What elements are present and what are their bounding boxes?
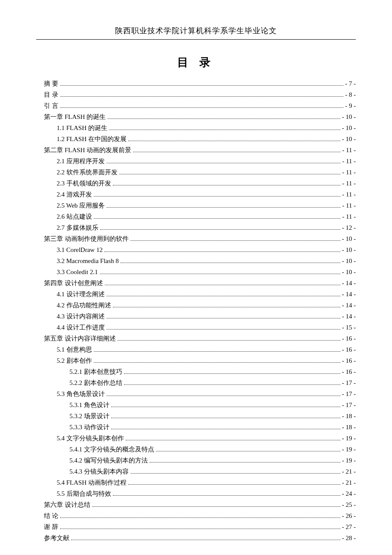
toc-entry-label: 目 录 (44, 90, 58, 100)
toc-entry[interactable]: 参考文献- 28 - (36, 533, 356, 543)
toc-entry[interactable]: 结 论- 26 - (36, 511, 356, 521)
toc-entry[interactable]: 5.5 后期合成与特效- 24 - (36, 489, 356, 499)
toc-entry-page: - 14 - (342, 311, 356, 321)
toc-entry-label: 5.2 剧本创作 (57, 356, 92, 366)
toc-entry-label: 2.2 软件系统界面开发 (57, 167, 118, 177)
toc-entry-page: - 14 - (342, 289, 356, 299)
toc-entry[interactable]: 4.4 设计工作进度- 15 - (36, 322, 356, 332)
toc-entry-page: - 18 - (342, 411, 356, 421)
toc-entry-label: 3.2 Macromedia Flash 8 (57, 256, 119, 266)
toc-leader-dots (156, 445, 340, 452)
toc-entry-page: - 9 - (345, 101, 356, 111)
toc-leader-dots (150, 457, 340, 463)
toc-leader-dots (94, 213, 341, 219)
toc-entry-label: 摘 要 (44, 78, 58, 89)
table-of-contents: 摘 要- 7 -目 录- 8 -引 言- 9 -第一章 FLASH 的诞生- 1… (36, 78, 356, 543)
toc-entry[interactable]: 5.3 角色场景设计- 17 - (36, 389, 356, 399)
toc-entry-page: - 21 - (342, 477, 356, 488)
toc-entry[interactable]: 第三章 动画制作使用到的软件- 10 - (36, 234, 356, 244)
toc-entry-label: 5.4.3 分镜头剧本内容 (69, 466, 129, 477)
toc-entry-label: 2.3 手机领域的开发 (57, 178, 111, 188)
toc-entry[interactable]: 第六章 设计总结- 25 - (36, 500, 356, 510)
toc-leader-dots (94, 346, 340, 352)
toc-entry-label: 第一章 FLASH 的诞生 (44, 112, 106, 122)
toc-entry-label: 2.7 多媒体娱乐 (57, 223, 98, 233)
toc-entry-label: 5.4.1 文字分镜头的概念及特点 (69, 444, 154, 454)
toc-entry[interactable]: 5.2.2 剧本创作总结- 17 - (36, 378, 356, 388)
toc-entry-label: 2.1 应用程序开发 (57, 156, 105, 166)
toc-entry[interactable]: 3.2 Macromedia Flash 8- 10 - (36, 256, 356, 266)
toc-entry-label: 5.3.3 动作设计 (69, 422, 110, 432)
toc-entry[interactable]: 2.1 应用程序开发- 11 - (36, 156, 356, 166)
toc-entry[interactable]: 引 言- 9 - (36, 101, 356, 111)
toc-entry[interactable]: 5.2 剧本创作- 16 - (36, 356, 356, 366)
toc-entry[interactable]: 摘 要- 7 - (36, 78, 356, 89)
toc-entry-page: - 28 - (342, 533, 356, 543)
toc-leader-dots (60, 102, 343, 108)
toc-entry[interactable]: 第一章 FLASH 的诞生- 10 - (36, 112, 356, 122)
toc-entry-page: - 19 - (342, 433, 356, 443)
toc-entry[interactable]: 2.5 Web 应用服务- 11 - (36, 200, 356, 211)
toc-entry-page: - 16 - (342, 333, 356, 344)
toc-entry-page: - 24 - (342, 489, 356, 499)
toc-entry[interactable]: 1.2 FLASH 在中国的发展- 10 - (36, 134, 356, 144)
toc-entry-page: - 12 - (342, 223, 356, 233)
toc-leader-dots (126, 434, 340, 441)
toc-entry-page: - 10 - (342, 123, 356, 133)
toc-entry[interactable]: 5.4.1 文字分镜头的概念及特点- 19 - (36, 444, 356, 454)
toc-entry-label: 5.4 文字分镜头剧本创作 (57, 433, 124, 443)
toc-entry[interactable]: 5.3.1 角色设计- 17 - (36, 400, 356, 410)
toc-entry[interactable]: 5.4.2 编写分镜头剧本的方法- 19 - (36, 455, 356, 465)
toc-entry[interactable]: 目 录- 8 - (36, 90, 356, 100)
toc-entry[interactable]: 第五章 设计内容详细阐述- 16 - (36, 333, 356, 344)
toc-entry[interactable]: 2.4 游戏开发- 11 - (36, 189, 356, 199)
toc-entry[interactable]: 2.7 多媒体娱乐- 12 - (36, 223, 356, 233)
toc-leader-dots (92, 501, 340, 507)
toc-entry-page: - 15 - (342, 322, 356, 332)
toc-entry-page: - 16 - (342, 367, 356, 377)
toc-entry-page: - 10 - (342, 256, 356, 266)
toc-entry[interactable]: 3.1 CorelDraw 12- 10 - (36, 245, 356, 255)
toc-leader-dots (107, 390, 340, 396)
toc-entry[interactable]: 1.1 FLASH 的诞生- 10 - (36, 123, 356, 133)
toc-entry[interactable]: 2.3 手机领域的开发- 11 - (36, 178, 356, 188)
toc-entry[interactable]: 4.1 设计理念阐述- 14 - (36, 289, 356, 299)
toc-leader-dots (109, 124, 340, 130)
toc-entry[interactable]: 第四章 设计创意阐述- 14 - (36, 278, 356, 288)
toc-entry[interactable]: 3.3 Cooledit 2.1- 10 - (36, 267, 356, 277)
toc-entry-page: - 11 - (342, 178, 356, 188)
page: 陕西职业技术学院计算机科学系学生毕业论文 目 录 摘 要- 7 -目 录- 8 … (0, 0, 392, 555)
toc-entry[interactable]: 5.4 FLASH 动画制作过程- 21 - (36, 477, 356, 488)
toc-entry-page: - 14 - (342, 300, 356, 310)
toc-leader-dots (113, 490, 340, 496)
toc-leader-dots (107, 202, 340, 208)
toc-leader-dots (107, 290, 340, 297)
toc-entry[interactable]: 5.4 文字分镜头剧本创作- 19 - (36, 433, 356, 443)
toc-entry[interactable]: 谢 辞- 27 - (36, 522, 356, 532)
toc-entry[interactable]: 第二章 FLASH 动画的发展前景- 11 - (36, 145, 356, 155)
toc-leader-dots (124, 379, 340, 385)
toc-leader-dots (128, 135, 340, 142)
toc-entry[interactable]: 4.3 设计内容阐述- 14 - (36, 311, 356, 321)
toc-entry-page: - 10 - (342, 267, 356, 277)
toc-leader-dots (124, 368, 340, 374)
toc-leader-dots (60, 80, 343, 86)
toc-entry-label: 5.4 FLASH 动画制作过程 (57, 477, 127, 488)
toc-entry[interactable]: 5.2.1 剧本创意技巧- 16 - (36, 367, 356, 377)
toc-entry[interactable]: 5.3.3 动作设计- 18 - (36, 422, 356, 432)
toc-entry[interactable]: 2.6 站点建设- 11 - (36, 211, 356, 222)
toc-entry[interactable]: 5.1 创意构思- 16 - (36, 344, 356, 355)
toc-entry-label: 1.1 FLASH 的诞生 (57, 123, 107, 133)
toc-entry[interactable]: 2.2 软件系统界面开发- 11 - (36, 167, 356, 177)
running-header: 陕西职业技术学院计算机科学系学生毕业论文 (36, 26, 356, 40)
toc-entry-page: - 10 - (342, 112, 356, 122)
toc-entry[interactable]: 5.4.3 分镜头剧本内容- 21 - (36, 466, 356, 477)
toc-leader-dots (100, 268, 340, 275)
toc-leader-dots (100, 224, 340, 230)
toc-entry-page: - 7 - (345, 78, 356, 89)
toc-entry[interactable]: 4.2 作品功能性阐述- 14 - (36, 300, 356, 310)
toc-entry-label: 5.3.2 场景设计 (69, 411, 110, 421)
toc-entry-page: - 19 - (342, 455, 356, 465)
toc-leader-dots (128, 479, 340, 485)
toc-entry[interactable]: 5.3.2 场景设计- 18 - (36, 411, 356, 421)
